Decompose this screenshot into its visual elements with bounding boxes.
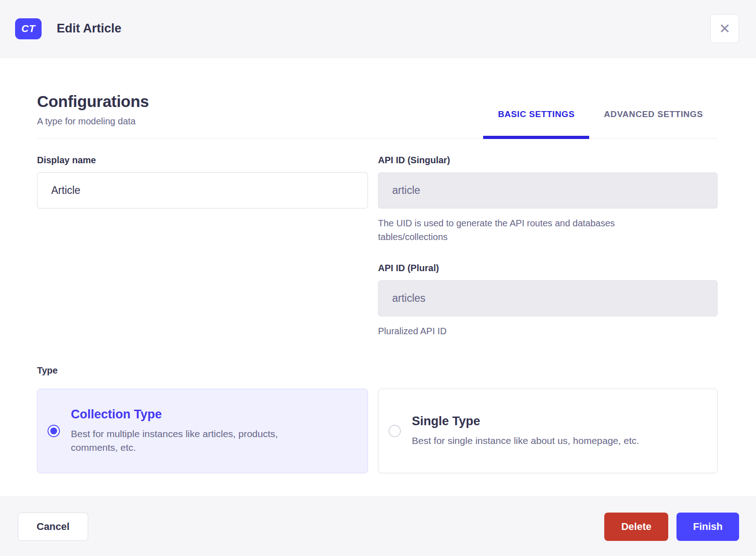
api-id-plural-input — [378, 280, 718, 316]
modal-title: Edit Article — [57, 21, 122, 36]
api-id-column: API ID (Singular) The UID is used to gen… — [378, 155, 718, 338]
api-id-singular-helper: The UID is used to generate the API rout… — [378, 216, 673, 244]
section-head: Configurations A type for modeling data … — [37, 58, 718, 139]
modal-header: CT Edit Article ✕ — [0, 0, 756, 58]
api-id-plural-helper: Pluralized API ID — [378, 324, 673, 338]
cancel-button[interactable]: Cancel — [18, 513, 88, 541]
page-title: Configurations — [37, 92, 149, 111]
content-type-badge: CT — [15, 18, 42, 39]
single-type-description: Best for single instance like about us, … — [412, 434, 639, 448]
collection-type-description: Best for multiple instances like article… — [71, 427, 320, 455]
modal-footer: Cancel Delete Finish — [0, 497, 756, 556]
single-type-radio[interactable] — [389, 425, 401, 437]
api-id-singular-group: API ID (Singular) The UID is used to gen… — [378, 155, 718, 244]
api-id-singular-input — [378, 172, 718, 208]
content-type-badge-label: CT — [21, 23, 35, 35]
api-id-plural-label: API ID (Plural) — [378, 263, 718, 273]
api-id-plural-group: API ID (Plural) Pluralized API ID — [378, 263, 718, 338]
collection-type-card[interactable]: Collection Type Best for multiple instan… — [37, 389, 368, 473]
form-grid: Display name API ID (Singular) The UID i… — [37, 155, 718, 338]
single-type-title: Single Type — [412, 414, 639, 428]
close-icon: ✕ — [719, 22, 730, 36]
type-section: Type Collection Type Best for multiple i… — [37, 365, 718, 473]
type-cards: Collection Type Best for multiple instan… — [37, 389, 718, 473]
display-name-input[interactable] — [37, 172, 368, 208]
section-titles: Configurations A type for modeling data — [37, 92, 149, 139]
single-type-text: Single Type Best for single instance lik… — [412, 414, 639, 448]
delete-button[interactable]: Delete — [604, 513, 668, 541]
api-id-singular-label: API ID (Singular) — [378, 155, 718, 166]
footer-actions: Delete Finish — [604, 513, 739, 541]
tab-basic-settings[interactable]: BASIC SETTINGS — [483, 109, 589, 139]
collection-type-title: Collection Type — [71, 407, 320, 422]
type-label: Type — [37, 365, 718, 376]
page-subtitle: A type for modeling data — [37, 116, 149, 127]
finish-button[interactable]: Finish — [676, 513, 739, 541]
collection-type-radio[interactable] — [48, 425, 60, 437]
close-button[interactable]: ✕ — [710, 14, 739, 43]
display-name-label: Display name — [37, 155, 368, 166]
collection-type-text: Collection Type Best for multiple instan… — [71, 407, 320, 455]
display-name-group: Display name — [37, 155, 368, 338]
settings-tabs: BASIC SETTINGS ADVANCED SETTINGS — [483, 109, 718, 139]
single-type-card[interactable]: Single Type Best for single instance lik… — [378, 389, 718, 473]
modal-body: Configurations A type for modeling data … — [0, 58, 756, 497]
tab-advanced-settings[interactable]: ADVANCED SETTINGS — [589, 109, 718, 139]
